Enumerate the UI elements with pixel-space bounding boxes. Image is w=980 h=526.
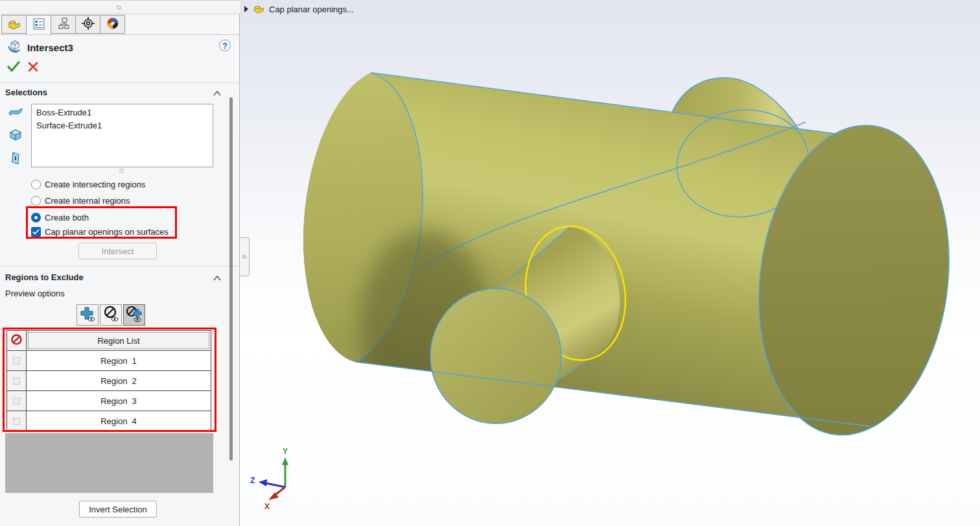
- part-icon: [7, 17, 21, 32]
- expand-arrow-icon[interactable]: [244, 4, 249, 16]
- configuration-icon: [57, 17, 70, 32]
- tab-featuremanager[interactable]: [1, 15, 27, 34]
- option-create-intersecting[interactable]: Create intersecting regions: [31, 178, 145, 190]
- regions-header: Regions to Exclude: [5, 272, 84, 282]
- radio-unselected[interactable]: [31, 196, 41, 206]
- preview-options-label: Preview options: [5, 289, 65, 298]
- tab-propertymanager[interactable]: [26, 15, 51, 35]
- collapse-chevron-selections[interactable]: [213, 90, 222, 97]
- show-both-regions-button[interactable]: [123, 304, 145, 326]
- feature-title-row: Intersect3: [6, 38, 73, 56]
- tab-configurationmanager[interactable]: [51, 15, 76, 34]
- tab-dimxpertmanager[interactable]: [75, 15, 100, 34]
- part-icon: [253, 3, 265, 16]
- flyout-feature-tree[interactable]: Cap planar openings...: [244, 3, 354, 16]
- property-manager-panel: Intersect3 ? Selections: [0, 0, 240, 526]
- ok-button[interactable]: [6, 60, 21, 76]
- front-cylinder-cap[interactable]: [430, 289, 561, 424]
- model-3d[interactable]: [240, 0, 980, 526]
- collapse-chevron-regions[interactable]: [213, 275, 222, 281]
- annotation-box-options: [26, 206, 177, 239]
- no-add-eye-icon: [126, 305, 143, 325]
- intersect-feature-icon: [6, 38, 22, 56]
- selection-list[interactable]: Boss-Extrude1 Surface-Extrude1: [31, 104, 213, 167]
- show-included-regions-button[interactable]: [76, 304, 99, 326]
- intersect-button[interactable]: Intersect: [78, 243, 157, 259]
- annotation-box-region-list: [3, 328, 216, 432]
- triad-x-label: X: [264, 502, 270, 511]
- selection-item[interactable]: Boss-Extrude1: [36, 106, 208, 119]
- panel-resize-grip[interactable]: [117, 5, 121, 10]
- cancel-button[interactable]: [27, 60, 39, 76]
- panel-title: Intersect3: [27, 42, 73, 53]
- divider: [0, 82, 240, 83]
- help-icon[interactable]: ?: [219, 40, 231, 51]
- list-resize-grip[interactable]: [119, 169, 124, 173]
- tab-displaymanager[interactable]: [100, 15, 125, 34]
- solid-bodies-icon: [8, 127, 23, 143]
- divider: [0, 266, 240, 267]
- triad-y-label: Y: [283, 447, 288, 456]
- dimxpert-icon: [81, 16, 95, 33]
- region-list-empty-area: [5, 433, 213, 493]
- orientation-triad: Y Z X: [245, 446, 316, 518]
- no-eye-icon: [102, 305, 119, 325]
- surface-bodies-icon: [8, 104, 23, 119]
- panel-splitter-handle[interactable]: [240, 237, 250, 276]
- graphics-area[interactable]: Cap planar openings... Y Z X: [240, 0, 980, 526]
- solidworks-window: Intersect3 ? Selections: [0, 0, 980, 526]
- tabbar-underline: [0, 34, 240, 35]
- planes-icon: [8, 150, 23, 166]
- selections-header: Selections: [5, 88, 47, 97]
- display-icon: [106, 17, 119, 32]
- property-icon: [32, 18, 45, 33]
- manager-tabbar: [1, 15, 124, 35]
- selection-item[interactable]: Surface-Extrude1: [36, 119, 208, 132]
- panel-top-strip: [0, 0, 240, 14]
- radio-unselected[interactable]: [31, 180, 41, 189]
- panel-scrollbar[interactable]: [229, 97, 233, 460]
- option-create-internal[interactable]: Create internal regions: [31, 195, 130, 206]
- part-name-label[interactable]: Cap planar openings...: [269, 5, 354, 14]
- triad-z-label: Z: [250, 476, 255, 485]
- add-eye-icon: [79, 305, 96, 325]
- show-excluded-regions-button[interactable]: [100, 304, 122, 326]
- invert-selection-button[interactable]: Invert Selection: [79, 501, 157, 518]
- ok-cancel-row: [6, 60, 39, 76]
